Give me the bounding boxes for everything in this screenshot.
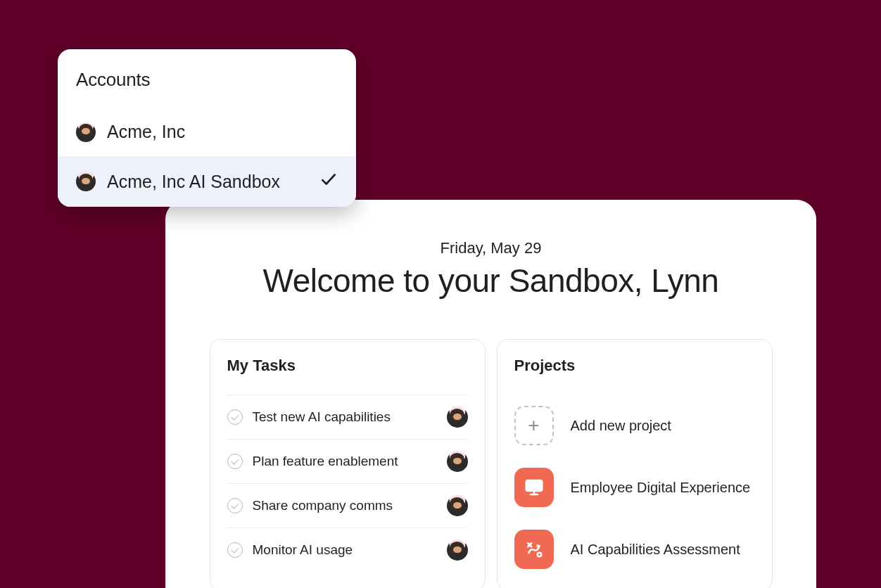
project-row[interactable]: AI Capabilities Assessment [514,518,755,580]
account-item-acme-sandbox[interactable]: Acme, Inc AI Sandbox [58,156,356,207]
task-row[interactable]: Plan feature enablement [227,439,468,483]
avatar [76,122,96,142]
projects-panel: Projects + Add new project Employee Digi… [497,339,773,588]
task-row[interactable]: Monitor AI usage [227,528,468,572]
task-check-icon[interactable] [227,409,243,425]
plus-icon: + [514,406,554,445]
avatar [447,495,468,516]
monitor-icon [514,468,554,507]
task-check-icon[interactable] [227,498,243,513]
project-label: Employee Digital Experience [571,480,751,496]
task-label: Test new AI capabilities [253,409,437,425]
avatar [447,407,468,428]
project-row[interactable]: Employee Digital Experience [514,456,755,518]
check-icon [319,170,338,193]
my-tasks-panel: My Tasks Test new AI capabilities Plan f… [210,339,486,588]
project-label: AI Capabilities Assessment [571,542,740,558]
accounts-popover: Accounts Acme, Inc Acme, Inc AI Sandbox [58,49,356,207]
svg-rect-0 [526,480,542,491]
avatar [447,539,468,561]
add-project-label: Add new project [571,418,671,434]
task-label: Share company comms [253,498,437,513]
dashboard-card: Friday, May 29 Welcome to your Sandbox, … [165,200,816,588]
svg-point-5 [537,553,541,557]
account-item-label: Acme, Inc [107,122,338,142]
my-tasks-heading: My Tasks [227,357,468,375]
account-item-acme[interactable]: Acme, Inc [58,108,356,156]
task-check-icon[interactable] [227,542,243,558]
avatar [447,451,468,472]
projects-heading: Projects [514,357,755,375]
accounts-heading: Accounts [58,49,356,108]
path-icon [514,530,554,569]
task-label: Plan feature enablement [253,454,437,469]
add-project-row[interactable]: + Add new project [514,395,755,456]
avatar [76,172,96,191]
account-item-label: Acme, Inc AI Sandbox [107,172,308,192]
task-check-icon[interactable] [227,454,243,469]
task-label: Monitor AI usage [253,542,437,558]
dashboard-date: Friday, May 29 [208,239,774,257]
task-row[interactable]: Test new AI capabilities [227,395,468,439]
dashboard-welcome: Welcome to your Sandbox, Lynn [208,262,774,300]
task-row[interactable]: Share company comms [227,483,468,528]
